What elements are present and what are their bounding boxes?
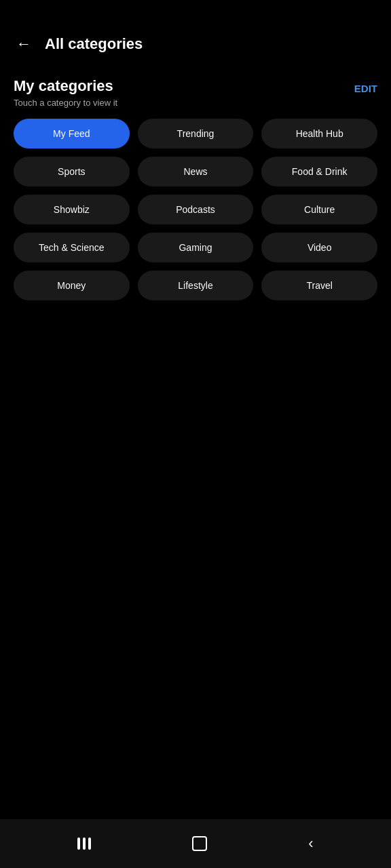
category-chip-sports[interactable]: Sports [14, 157, 130, 186]
category-chip-podcasts[interactable]: Podcasts [138, 195, 254, 224]
category-chip-culture[interactable]: Culture [261, 195, 377, 224]
category-chip-food-drink[interactable]: Food & Drink [261, 157, 377, 186]
home-icon [192, 836, 207, 851]
section-header: My categories Touch a category to view i… [14, 77, 377, 108]
category-chip-video[interactable]: Video [261, 233, 377, 262]
category-chip-travel[interactable]: Travel [261, 271, 377, 300]
categories-section: My categories Touch a category to view i… [0, 69, 391, 300]
nav-back-button[interactable]: ‹ [295, 829, 327, 858]
category-chip-lifestyle[interactable]: Lifestyle [138, 271, 254, 300]
page-title: All categories [45, 35, 143, 53]
back-button[interactable]: ← [14, 33, 34, 56]
category-chip-my-feed[interactable]: My Feed [14, 119, 130, 149]
category-chip-showbiz[interactable]: Showbiz [14, 195, 130, 224]
section-title-group: My categories Touch a category to view i… [14, 77, 117, 108]
menu-icon [77, 837, 91, 850]
category-chip-trending[interactable]: Trending [138, 119, 254, 149]
nav-menu-button[interactable] [64, 832, 105, 855]
bottom-nav: ‹ [0, 819, 391, 868]
section-subtitle: Touch a category to view it [14, 98, 117, 108]
section-title: My categories [14, 77, 117, 95]
category-chip-money[interactable]: Money [14, 271, 130, 300]
header: ← All categories [0, 0, 391, 69]
edit-button[interactable]: EDIT [354, 80, 377, 97]
nav-home-button[interactable] [179, 831, 221, 856]
back-icon: ← [16, 35, 31, 53]
categories-grid: My FeedTrendingHealth HubSportsNewsFood … [14, 119, 377, 300]
category-chip-health-hub[interactable]: Health Hub [261, 119, 377, 149]
category-chip-tech-science[interactable]: Tech & Science [14, 233, 130, 262]
back-nav-icon: ‹ [308, 835, 313, 852]
category-chip-gaming[interactable]: Gaming [138, 233, 254, 262]
category-chip-news[interactable]: News [138, 157, 254, 186]
